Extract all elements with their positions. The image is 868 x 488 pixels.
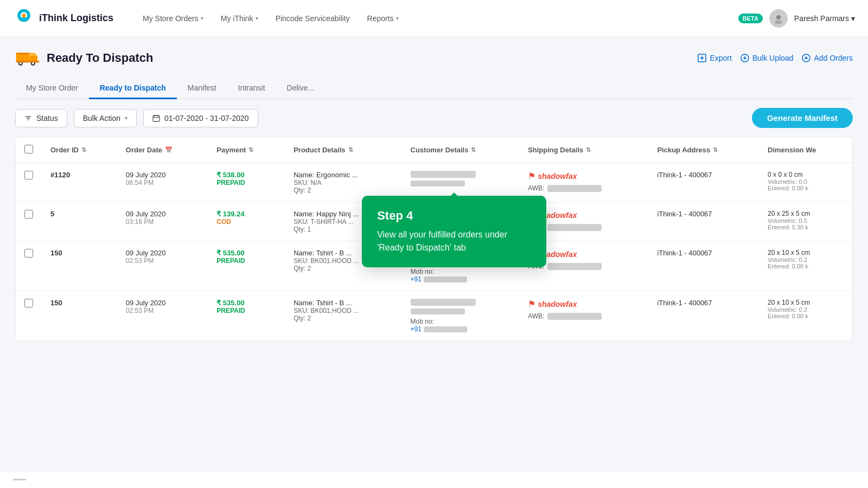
logo-area[interactable]: iThink Logistics	[13, 8, 113, 29]
select-all-checkbox[interactable]	[24, 145, 33, 153]
svg-point-5	[775, 20, 782, 24]
user-avatar	[769, 9, 788, 28]
order-date-cell: 09 July 2020 06:54 PM	[117, 163, 208, 202]
product-name: Name: Tshirt - B ...	[293, 299, 393, 307]
bulk-action-dropdown[interactable]: Bulk Action ▾	[74, 109, 137, 127]
nav-reports[interactable]: Reports ▾	[360, 10, 406, 27]
carrier-logo: ⚑ shadowfax	[528, 299, 640, 309]
chevron-down-icon: ▾	[125, 115, 127, 121]
order-id-cell: 150	[42, 241, 117, 291]
export-icon	[698, 54, 706, 62]
date-range-picker[interactable]: 01-07-2020 - 31-07-2020	[143, 109, 258, 127]
customer-details-cell: Mob no: +91	[402, 291, 520, 341]
volumetric-value: Volumetric: 0.0	[768, 178, 844, 185]
order-id-cell: 150	[42, 291, 117, 341]
col-product-details: Product Details ⇅	[285, 137, 401, 163]
sort-icon[interactable]: ⇅	[248, 146, 253, 153]
nav-my-store-orders[interactable]: My Store Orders ▾	[135, 10, 211, 27]
product-name: Name: Ergonomic ...	[293, 171, 393, 179]
generate-manifest-button[interactable]: Generate Manifest	[752, 108, 853, 128]
tab-manifest[interactable]: Manifest	[177, 78, 227, 99]
export-button[interactable]: Export	[698, 54, 731, 62]
carrier-name: shadowfax	[538, 300, 577, 309]
tab-ready-to-dispatch[interactable]: Ready to Dispatch	[89, 78, 177, 99]
order-amount: ₹ 535.00	[216, 299, 276, 307]
awb-row: AWB:	[528, 312, 640, 320]
order-amount: ₹ 538.00	[216, 171, 276, 179]
row-checkbox-cell[interactable]	[16, 291, 42, 341]
nav-pincode[interactable]: Pincode Serviceability	[268, 10, 358, 27]
pickup-address: iThink-1 - 400067	[657, 171, 712, 179]
awb-value-blurred	[547, 313, 602, 320]
row-checkbox[interactable]	[24, 249, 33, 258]
entered-value: Entered: 0.00 k	[768, 185, 844, 191]
tab-intransit[interactable]: Intransit	[227, 78, 276, 99]
entered-value: Entered: 0.00 k	[768, 263, 844, 269]
add-orders-button[interactable]: Add Orders	[802, 54, 853, 62]
dimension-value: 20 x 10 x 5 cm	[768, 249, 844, 256]
order-date-cell: 09 July 2020 02:53 PM	[117, 241, 208, 291]
order-date: 09 July 2020	[126, 249, 199, 257]
sort-icon[interactable]: 📅	[165, 146, 173, 153]
row-checkbox-cell[interactable]	[16, 241, 42, 291]
payment-cell: ₹ 535.00 PREPAID	[208, 241, 285, 291]
svg-rect-14	[16, 61, 40, 62]
main-content: Ready To Dispatch Export Bulk Upload Add…	[0, 37, 868, 352]
user-name-dropdown[interactable]: Paresh Parmars ▾	[794, 14, 855, 23]
header: iThink Logistics My Store Orders ▾ My iT…	[0, 0, 868, 37]
pickup-address: iThink-1 - 400067	[657, 299, 712, 307]
sort-icon[interactable]: ⇅	[471, 146, 476, 153]
carrier-name: shadowfax	[538, 172, 577, 181]
entered-value: Entered: 0.30 k	[768, 224, 844, 230]
dimension-cell: 20 x 10 x 5 cm Volumetric: 0.2 Entered: …	[759, 291, 852, 341]
order-date-cell: 09 July 2020 02:53 PM	[117, 291, 208, 341]
table-header: Order ID ⇅ Order Date 📅 Payment ⇅	[16, 137, 852, 163]
col-payment: Payment ⇅	[208, 137, 285, 163]
row-checkbox[interactable]	[24, 171, 33, 179]
truck-icon	[15, 48, 40, 68]
col-dimension: Dimension We	[759, 137, 852, 163]
order-time: 02:53 PM	[126, 307, 199, 314]
row-checkbox-cell[interactable]	[16, 163, 42, 202]
order-time: 03:16 PM	[126, 218, 199, 226]
pickup-address-cell: iThink-1 - 400067	[648, 202, 759, 241]
bulk-upload-icon	[741, 54, 749, 62]
pickup-address-cell: iThink-1 - 400067	[648, 241, 759, 291]
awb-row: AWB:	[528, 184, 640, 192]
row-checkbox[interactable]	[24, 210, 33, 219]
row-checkbox[interactable]	[24, 299, 33, 307]
dimension-cell: 20 x 10 x 5 cm Volumetric: 0.2 Entered: …	[759, 241, 852, 291]
volumetric-value: Volumetric: 0.2	[768, 306, 844, 313]
status-filter-button[interactable]: Status	[15, 109, 67, 127]
select-all-header[interactable]	[16, 137, 42, 163]
sort-icon[interactable]: ⇅	[348, 146, 353, 153]
dimension-cell: 0 x 0 x 0 cm Volumetric: 0.0 Entered: 0.…	[759, 163, 852, 202]
nav-my-ithink[interactable]: My iThink ▾	[213, 10, 266, 27]
filter-icon	[24, 114, 32, 122]
col-order-date: Order Date 📅	[117, 137, 208, 163]
header-actions: Export Bulk Upload Add Orders	[698, 54, 853, 62]
phone-prefix: +91	[411, 275, 422, 283]
calendar-icon	[152, 114, 160, 122]
pickup-address-cell: iThink-1 - 400067	[648, 163, 759, 202]
svg-rect-9	[16, 53, 30, 54]
col-pickup-address: Pickup Address ⇅	[648, 137, 759, 163]
product-qty: Qty: 2	[293, 187, 393, 194]
phone-blurred	[424, 326, 467, 332]
svg-rect-26	[153, 115, 159, 121]
row-checkbox-cell[interactable]	[16, 202, 42, 241]
order-time: 06:54 PM	[126, 179, 199, 187]
tab-my-store-order[interactable]: My Store Order	[15, 78, 89, 99]
order-date: 09 July 2020	[126, 299, 199, 307]
app-name: iThink Logistics	[39, 12, 113, 24]
sort-icon[interactable]: ⇅	[586, 146, 591, 153]
col-shipping-details: Shipping Details ⇅	[519, 137, 648, 163]
bulk-upload-button[interactable]: Bulk Upload	[741, 54, 794, 62]
sort-icon[interactable]: ⇅	[81, 146, 86, 153]
tooltip-step-label: Step 4	[377, 209, 531, 223]
order-id: #1120	[50, 171, 108, 179]
tab-delivered[interactable]: Delive...	[276, 78, 326, 99]
col-customer-details: Customer Details ⇅	[402, 137, 520, 163]
sort-icon[interactable]: ⇅	[713, 146, 718, 153]
order-amount: ₹ 535.00	[216, 249, 276, 257]
